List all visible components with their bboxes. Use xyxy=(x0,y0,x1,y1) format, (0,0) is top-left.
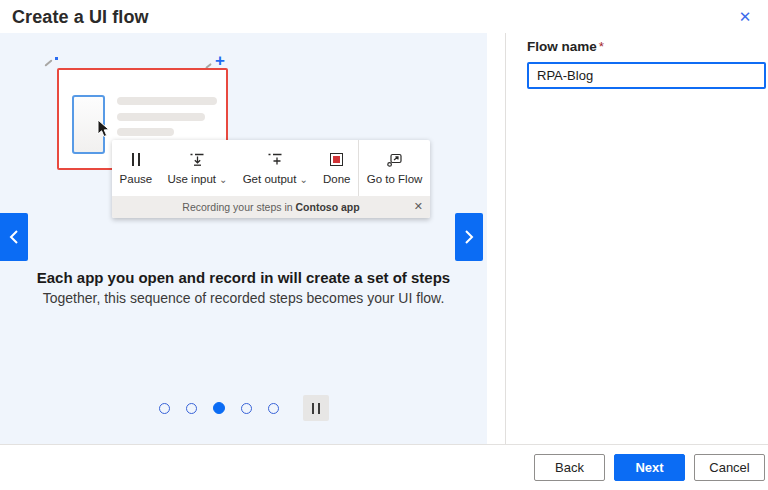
recording-app-name: Contoso app xyxy=(296,201,360,213)
dialog-header: Create a UI flow ✕ xyxy=(0,0,768,33)
close-icon[interactable]: ✕ xyxy=(732,4,758,30)
toolbar-item-label: Get output xyxy=(243,173,297,185)
skeleton-line xyxy=(117,97,217,105)
carousel-dot-2[interactable] xyxy=(186,403,197,414)
toolbar-get-output-button: Get output⌄ xyxy=(235,140,315,196)
chevron-right-icon xyxy=(464,229,474,245)
toolbar-row: Pause Use input⌄ xyxy=(112,140,430,196)
pause-icon xyxy=(132,152,140,168)
next-button[interactable]: Next xyxy=(614,454,685,481)
carousel-pause-button[interactable] xyxy=(303,395,329,421)
carousel-controls xyxy=(0,395,487,421)
carousel-headline: Each app you open and record in will cre… xyxy=(0,269,487,286)
form-panel: Flow name* xyxy=(527,33,768,444)
toolbar-go-to-flow-button: Go to Flow xyxy=(359,140,430,196)
recorder-toolbar-illustration: Pause Use input⌄ xyxy=(112,140,430,218)
carousel-panel: + Pause xyxy=(0,33,487,444)
carousel-dot-5[interactable] xyxy=(268,403,279,414)
toolbar-done-button: Done xyxy=(315,140,358,196)
recording-status-text: Recording your steps in Contoso app xyxy=(112,201,430,213)
toolbar-item-label: Go to Flow xyxy=(367,173,423,185)
carousel-prev-button[interactable] xyxy=(0,213,28,261)
carousel-dot-1[interactable] xyxy=(159,403,170,414)
sparkle-plus-icon: + xyxy=(215,53,225,69)
mouse-cursor-icon xyxy=(96,119,112,139)
page-title: Create a UI flow xyxy=(12,7,149,28)
carousel-next-button[interactable] xyxy=(455,213,483,261)
get-output-icon xyxy=(267,152,283,168)
toolbar-pause-button: Pause xyxy=(112,140,160,196)
done-record-icon xyxy=(330,152,343,168)
skeleton-line xyxy=(117,128,174,136)
dialog-footer: Back Next Cancel xyxy=(0,444,768,490)
required-asterisk: * xyxy=(599,39,604,54)
chevron-down-icon: ⌄ xyxy=(299,174,307,185)
carousel-dot-4[interactable] xyxy=(241,403,252,414)
create-ui-flow-dialog: Create a UI flow ✕ + Pause xyxy=(0,0,768,490)
carousel-dots xyxy=(159,402,279,414)
toolbar-item-label: Pause xyxy=(120,173,153,185)
strip-close-icon: ✕ xyxy=(414,196,423,218)
chevron-left-icon xyxy=(9,229,19,245)
go-to-flow-icon xyxy=(386,152,403,168)
flow-name-label: Flow name* xyxy=(527,39,604,54)
toolbar-item-label: Done xyxy=(323,173,351,185)
carousel-subtitle: Together, this sequence of recorded step… xyxy=(0,290,487,306)
toolbar-item-label: Use input xyxy=(167,173,216,185)
toolbar-use-input-button: Use input⌄ xyxy=(160,140,235,196)
carousel-dot-3[interactable] xyxy=(213,402,225,414)
pause-icon xyxy=(312,403,314,414)
use-input-icon xyxy=(189,152,205,168)
back-button[interactable]: Back xyxy=(534,454,605,481)
panel-divider xyxy=(505,33,506,444)
cancel-button[interactable]: Cancel xyxy=(694,454,765,481)
skeleton-line xyxy=(117,113,205,121)
recording-status-strip: Recording your steps in Contoso app ✕ xyxy=(112,196,430,218)
chevron-down-icon: ⌄ xyxy=(219,174,227,185)
corner-dot-icon xyxy=(55,57,58,60)
corner-tick-icon xyxy=(44,59,52,66)
flow-name-input[interactable] xyxy=(527,62,766,89)
